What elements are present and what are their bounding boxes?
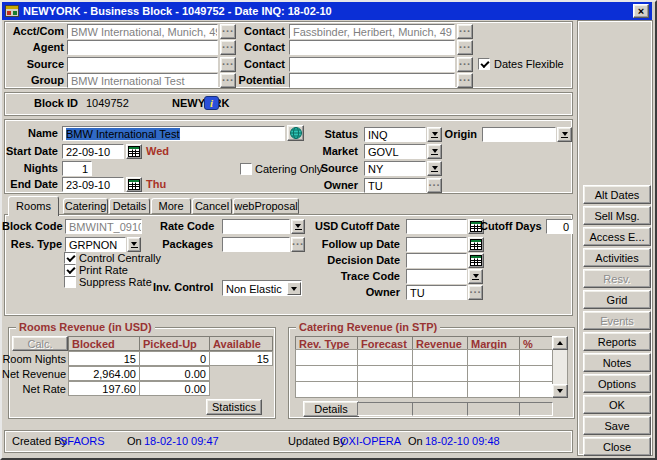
catering-cell[interactable] — [357, 349, 413, 366]
start-date-calendar-button[interactable] — [126, 144, 142, 159]
potential-lookup-button[interactable]: ... — [457, 73, 473, 88]
catering-cell[interactable] — [412, 365, 468, 382]
suppress-rate-checkbox[interactable] — [64, 276, 76, 288]
catering-cell[interactable] — [519, 349, 553, 366]
catering-cell[interactable] — [357, 381, 413, 398]
origin-dropdown-button[interactable] — [557, 127, 572, 142]
block-code-field[interactable]: BMWINT_0910 — [65, 219, 142, 234]
room-nights-available[interactable]: 15 — [209, 351, 273, 366]
source-field[interactable] — [67, 57, 218, 72]
net-revenue-pickedup[interactable]: 0.00 — [139, 366, 210, 381]
contact3-field[interactable] — [289, 57, 455, 72]
catering-cell[interactable] — [412, 381, 468, 398]
activities-button[interactable]: Activities — [583, 248, 651, 267]
contact2-field[interactable] — [289, 40, 455, 55]
notes-button[interactable]: Notes — [583, 353, 651, 372]
trace-code-dropdown-button[interactable] — [468, 269, 483, 284]
reports-button[interactable]: Reports — [583, 332, 651, 351]
catering-cell[interactable] — [412, 349, 468, 366]
contact1-lookup-button[interactable]: ... — [457, 24, 473, 39]
close-action-button[interactable]: Close — [583, 437, 651, 456]
inv-control-combobox[interactable]: Non Elastic — [222, 280, 302, 296]
follow-up-date-field[interactable] — [406, 237, 467, 252]
net-revenue-blocked[interactable]: 2,964.00 — [68, 366, 140, 381]
potential-field[interactable] — [289, 73, 455, 88]
catering-only-checkbox[interactable] — [240, 163, 252, 175]
name-field[interactable]: BMW International Test — [62, 126, 285, 141]
grid-button[interactable]: Grid — [583, 290, 651, 309]
catering-cell[interactable] — [295, 349, 358, 366]
end-date-calendar-button[interactable] — [126, 177, 142, 192]
print-rate-checkbox[interactable] — [64, 264, 76, 276]
scroll-down-button[interactable] — [552, 384, 568, 398]
catering-cell[interactable] — [519, 381, 553, 398]
group-field[interactable]: BMW International Test — [67, 73, 218, 88]
res-type-dropdown-button[interactable] — [127, 237, 141, 252]
alt-dates-button[interactable]: Alt Dates — [583, 185, 651, 204]
status-field[interactable]: INQ — [364, 127, 426, 142]
follow-up-date-calendar-button[interactable] — [468, 237, 484, 252]
titlebar[interactable]: NEWYORK - Business Block - 1049752 - Dat… — [2, 2, 652, 20]
tab-catering[interactable]: Catering — [63, 198, 108, 214]
packages-field[interactable] — [222, 237, 290, 252]
packages-lookup-button[interactable]: ... — [291, 237, 305, 252]
market-dropdown-button[interactable] — [427, 144, 442, 159]
source-code-field[interactable]: NY — [364, 161, 426, 176]
catering-cell[interactable] — [467, 381, 520, 398]
tab-more[interactable]: More — [151, 198, 191, 214]
tab-webproposal[interactable]: webProposal — [233, 198, 299, 214]
rooms-owner-field[interactable]: TU — [406, 285, 467, 300]
options-button[interactable]: Options — [583, 374, 651, 393]
acct-com-field[interactable]: BMW International, Munich, 49 8 215 6 — [67, 24, 218, 39]
origin-field[interactable] — [482, 127, 556, 142]
catering-total-cell — [357, 402, 413, 416]
owner-lookup-button[interactable]: ... — [427, 178, 442, 193]
net-rate-blocked[interactable]: 197.60 — [68, 381, 140, 396]
control-centrally-checkbox[interactable] — [64, 252, 76, 264]
cutoff-date-field[interactable] — [406, 219, 467, 234]
catering-cell[interactable] — [295, 365, 358, 382]
agent-field[interactable] — [67, 40, 218, 55]
nights-field[interactable]: 1 — [62, 161, 92, 176]
info-button[interactable]: i — [204, 96, 219, 110]
rate-code-field[interactable] — [222, 219, 290, 234]
owner-field[interactable]: TU — [364, 178, 426, 193]
ok-button[interactable]: OK — [583, 395, 651, 414]
rate-code-dropdown-button[interactable] — [291, 219, 305, 234]
source-dropdown-button[interactable] — [427, 161, 442, 176]
cutoff-days-field[interactable]: 0 — [546, 219, 573, 234]
contact1-field[interactable]: Fassbinder, Heribert, Munich, 49 8 125 — [289, 24, 455, 39]
details-button[interactable]: Details — [303, 401, 359, 417]
catering-cell[interactable] — [467, 365, 520, 382]
save-button[interactable]: Save — [583, 416, 651, 435]
dates-flexible-checkbox[interactable] — [478, 58, 490, 70]
trace-code-field[interactable] — [406, 269, 467, 284]
tab-cancel[interactable]: Cancel — [192, 198, 232, 214]
start-date-field[interactable]: 22-09-10 — [62, 144, 124, 159]
agent-label: Agent — [4, 40, 64, 55]
access-excl-button[interactable]: Access E... — [583, 227, 651, 246]
res-type-field[interactable]: GRPNON — [65, 237, 126, 252]
tab-details[interactable]: Details — [109, 198, 150, 214]
catering-cell[interactable] — [467, 349, 520, 366]
property-name: NEWYORK — [172, 96, 229, 111]
scroll-up-button[interactable] — [552, 336, 568, 350]
tab-rooms[interactable]: Rooms — [8, 196, 59, 216]
catering-cell[interactable] — [357, 365, 413, 382]
sell-msg-button[interactable]: Sell Msg. — [583, 206, 651, 225]
contact3-lookup-button[interactable]: ... — [457, 57, 473, 72]
room-nights-pickedup[interactable]: 0 — [139, 351, 210, 366]
decision-date-field[interactable] — [406, 253, 467, 268]
decision-date-calendar-button[interactable] — [468, 253, 484, 268]
end-date-field[interactable]: 23-09-10 — [62, 177, 124, 192]
room-nights-blocked[interactable]: 15 — [68, 351, 140, 366]
catering-cell[interactable] — [295, 381, 358, 398]
rooms-owner-lookup-button[interactable]: ... — [468, 285, 483, 300]
statistics-button[interactable]: Statistics — [206, 399, 262, 415]
market-field[interactable]: GOVL — [364, 144, 426, 159]
inv-control-dropdown-button[interactable] — [287, 282, 301, 295]
contact2-lookup-button[interactable]: ... — [457, 40, 473, 55]
close-button[interactable]: × — [633, 4, 649, 18]
catering-cell[interactable] — [519, 365, 553, 382]
net-rate-pickedup[interactable]: 0.00 — [139, 381, 210, 396]
